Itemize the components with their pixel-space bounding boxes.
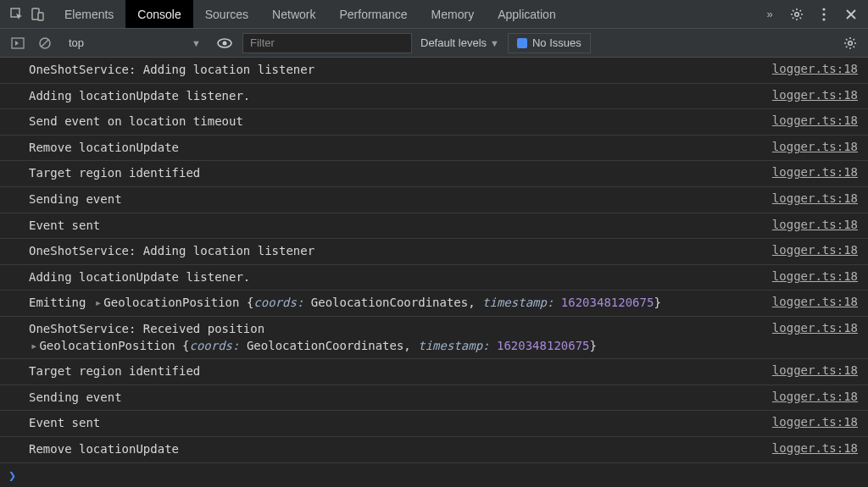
close-icon[interactable] xyxy=(841,4,861,25)
log-message: Emitting ▸GeolocationPosition {coords: G… xyxy=(29,295,764,312)
issues-icon xyxy=(517,38,527,48)
log-row: Adding locationUpdate listener.logger.ts… xyxy=(0,84,868,110)
log-message: Target region identified xyxy=(29,363,764,380)
log-row: Event sentlogger.ts:18 xyxy=(0,213,868,240)
tab-sources[interactable]: Sources xyxy=(193,0,260,28)
levels-label: Default levels xyxy=(420,36,487,49)
live-expression-icon[interactable] xyxy=(215,34,234,53)
kebab-menu-icon[interactable] xyxy=(814,4,834,25)
svg-line-9 xyxy=(42,40,48,47)
console-settings-icon[interactable] xyxy=(841,34,860,53)
execution-context-selector[interactable]: top ▼ xyxy=(63,33,207,53)
log-source-link[interactable]: logger.ts:18 xyxy=(764,113,858,127)
log-source-link[interactable]: logger.ts:18 xyxy=(764,321,858,335)
log-source-link[interactable]: logger.ts:18 xyxy=(764,243,858,257)
tab-network[interactable]: Network xyxy=(260,0,327,28)
log-source-link[interactable]: logger.ts:18 xyxy=(764,218,858,231)
log-row: Remove locationUpdatelogger.ts:18 xyxy=(0,437,868,463)
console-log-area: OneShotService: Adding location listener… xyxy=(0,58,868,463)
log-message: Sending event xyxy=(29,191,764,208)
log-source-link[interactable]: logger.ts:18 xyxy=(764,269,858,283)
console-prompt[interactable]: ❯ xyxy=(0,463,868,488)
svg-point-11 xyxy=(223,41,227,45)
log-message: Adding locationUpdate listener. xyxy=(29,269,764,286)
log-message: Event sent xyxy=(29,218,764,235)
log-source-link[interactable]: logger.ts:18 xyxy=(764,140,858,153)
log-message: Sending event xyxy=(29,390,764,407)
log-message: OneShotService: Adding location listener xyxy=(29,243,764,260)
svg-point-6 xyxy=(822,18,825,20)
filter-input[interactable] xyxy=(242,33,412,53)
log-source-link[interactable]: logger.ts:18 xyxy=(764,62,858,75)
chevron-down-icon: ▼ xyxy=(490,38,499,48)
log-source-link[interactable]: logger.ts:18 xyxy=(764,191,858,205)
log-message: Remove locationUpdate xyxy=(29,140,764,157)
tab-bar: ElementsConsoleSourcesNetworkPerformance… xyxy=(0,0,868,29)
settings-icon[interactable] xyxy=(787,4,807,25)
log-row: Event sentlogger.ts:18 xyxy=(0,411,868,437)
tab-memory[interactable]: Memory xyxy=(420,0,487,28)
log-message: Send event on location timeout xyxy=(29,113,764,130)
log-row: Target region identifiedlogger.ts:18 xyxy=(0,359,868,385)
tab-performance[interactable]: Performance xyxy=(327,0,419,28)
svg-point-4 xyxy=(822,8,825,10)
log-source-link[interactable]: logger.ts:18 xyxy=(764,165,858,179)
more-tabs-icon[interactable]: » xyxy=(760,4,780,25)
chevron-down-icon: ▼ xyxy=(192,38,201,48)
svg-rect-2 xyxy=(38,13,43,20)
log-message: Target region identified xyxy=(29,165,764,182)
log-message: Remove locationUpdate xyxy=(29,441,764,458)
log-source-link[interactable]: logger.ts:18 xyxy=(764,441,858,455)
log-source-link[interactable]: logger.ts:18 xyxy=(764,390,858,403)
log-source-link[interactable]: logger.ts:18 xyxy=(764,415,858,429)
log-row: OneShotService: Adding location listener… xyxy=(0,58,868,84)
device-toolbar-icon[interactable] xyxy=(27,4,47,25)
log-row: Target region identifiedlogger.ts:18 xyxy=(0,161,868,187)
log-row: Send event on location timeoutlogger.ts:… xyxy=(0,109,868,136)
tab-elements[interactable]: Elements xyxy=(53,0,125,28)
svg-point-5 xyxy=(822,13,825,15)
log-row: Sending eventlogger.ts:18 xyxy=(0,187,868,213)
log-message: OneShotService: Received position▸Geoloc… xyxy=(29,321,764,354)
log-message: Adding locationUpdate listener. xyxy=(29,88,764,105)
log-row: OneShotService: Received position▸Geoloc… xyxy=(0,317,868,359)
log-message: OneShotService: Adding location listener xyxy=(29,62,764,79)
issues-button[interactable]: No Issues xyxy=(508,33,591,53)
log-source-link[interactable]: logger.ts:18 xyxy=(764,363,858,377)
log-message: Event sent xyxy=(29,415,764,432)
log-source-link[interactable]: logger.ts:18 xyxy=(764,295,858,308)
inspect-element-icon[interactable] xyxy=(7,4,27,25)
log-row: Remove locationUpdatelogger.ts:18 xyxy=(0,136,868,162)
log-row: Emitting ▸GeolocationPosition {coords: G… xyxy=(0,291,868,317)
context-label: top xyxy=(69,36,84,49)
console-toolbar: top ▼ Default levels ▼ No Issues xyxy=(0,29,868,58)
log-levels-selector[interactable]: Default levels ▼ xyxy=(420,36,499,49)
log-row: Sending eventlogger.ts:18 xyxy=(0,385,868,412)
svg-point-3 xyxy=(795,12,799,16)
tab-console[interactable]: Console xyxy=(125,0,192,28)
log-row: Adding locationUpdate listener.logger.ts… xyxy=(0,265,868,291)
svg-point-12 xyxy=(849,41,853,45)
log-row: OneShotService: Adding location listener… xyxy=(0,239,868,265)
log-source-link[interactable]: logger.ts:18 xyxy=(764,88,858,102)
tab-application[interactable]: Application xyxy=(486,0,568,28)
issues-label: No Issues xyxy=(532,36,581,49)
clear-console-icon[interactable] xyxy=(36,34,54,53)
toggle-sidebar-icon[interactable] xyxy=(8,34,27,53)
panel-tabs: ElementsConsoleSourcesNetworkPerformance… xyxy=(53,0,760,28)
